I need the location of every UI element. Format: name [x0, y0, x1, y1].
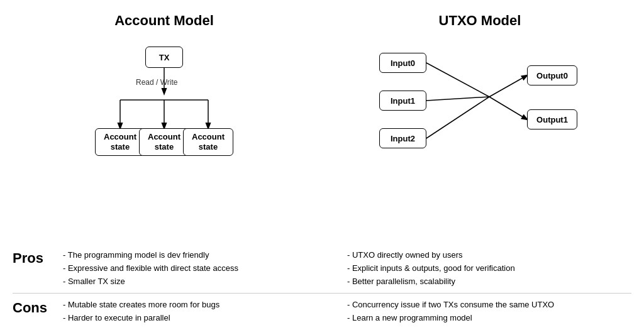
- input1-box: Input1: [379, 91, 426, 111]
- cons-right-item-1: - Concurrency issue if two TXs consume t…: [347, 299, 631, 312]
- account-model-title: Account Model: [114, 13, 214, 29]
- cons-label: Cons: [13, 299, 63, 325]
- utxo-model-diagram: Input0 Input1 Input2 Output0 Output1: [373, 40, 587, 166]
- cons-left-item-2: - Harder to execute in parallel: [63, 312, 347, 325]
- cons-right-items: - Concurrency issue if two TXs consume t…: [347, 299, 631, 325]
- pros-right-item-3: - Better parallelism, scalability: [347, 275, 631, 289]
- output0-box: Output0: [527, 65, 577, 85]
- svg-line-5: [426, 63, 489, 97]
- utxo-model-title: UTXO Model: [439, 13, 521, 29]
- pros-row: Pros - The programming model is dev frie…: [6, 244, 638, 290]
- svg-line-9: [489, 97, 527, 119]
- pros-label: Pros: [13, 249, 63, 288]
- cons-row: Cons - Mutable state creates more room f…: [6, 296, 638, 330]
- svg-line-8: [489, 75, 527, 97]
- svg-line-7: [426, 97, 489, 138]
- input0-box: Input0: [379, 53, 426, 73]
- account-state-box-1: Accountstate: [95, 128, 145, 156]
- cons-right-item-2: - Learn a new programming model: [347, 312, 631, 325]
- cons-left-items: - Mutable state creates more room for bu…: [63, 299, 347, 325]
- pros-left-item-3: - Smaller TX size: [63, 275, 347, 289]
- cons-left-item-1: - Mutable state creates more room for bu…: [63, 299, 347, 312]
- rw-label: Read / Write: [136, 78, 177, 87]
- pros-right-items: - UTXO directly owned by users - Explici…: [347, 249, 631, 288]
- pros-left-item-2: - Expressive and flexible with direct st…: [63, 262, 347, 275]
- pros-right-item-2: - Explicit inputs & outputs, good for ve…: [347, 262, 631, 275]
- account-state-box-2: Accountstate: [139, 128, 189, 156]
- input2-box: Input2: [379, 128, 426, 148]
- account-model-diagram: TX Read / Write Accountstate Accountstat…: [70, 40, 258, 166]
- bottom-section: Pros - The programming model is dev frie…: [0, 244, 644, 330]
- pros-left-item-1: - The programming model is dev friendly: [63, 249, 347, 262]
- divider: [13, 293, 631, 294]
- pros-left-items: - The programming model is dev friendly …: [63, 249, 347, 288]
- output1-box: Output1: [527, 109, 577, 129]
- tx-box: TX: [145, 47, 183, 68]
- pros-right-item-1: - UTXO directly owned by users: [347, 249, 631, 262]
- svg-line-6: [426, 97, 489, 101]
- account-state-box-3: Accountstate: [183, 128, 233, 156]
